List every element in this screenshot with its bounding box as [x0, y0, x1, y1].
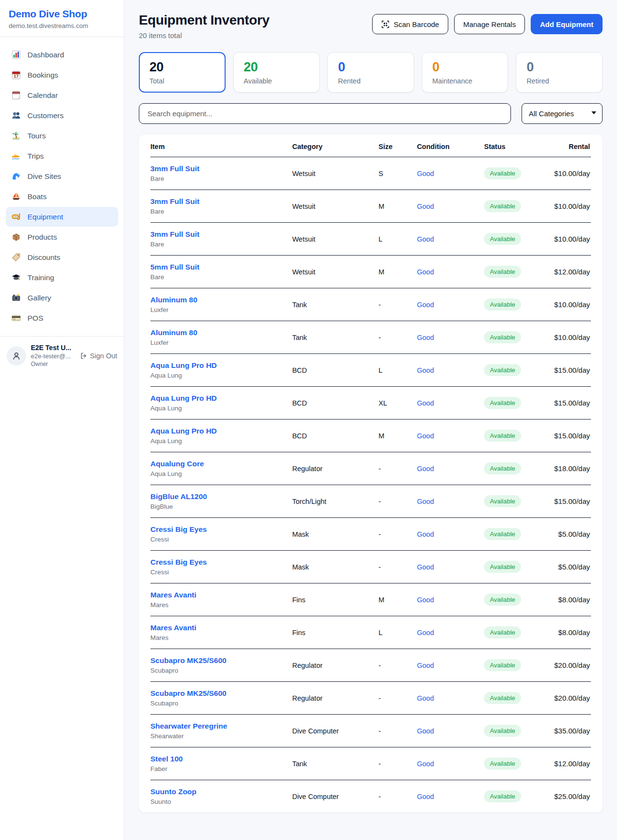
- condition-link[interactable]: Good: [417, 662, 434, 669]
- cell-rental: $8.00/day: [558, 628, 590, 637]
- dive-mask-icon: [12, 212, 21, 221]
- search-input[interactable]: [139, 103, 511, 124]
- stat-card-retired[interactable]: 0Retired: [516, 52, 603, 93]
- sidebar-item-discounts[interactable]: Discounts: [6, 247, 118, 267]
- sidebar-item-trips[interactable]: Trips: [6, 146, 118, 166]
- item-brand: Aqua Lung: [150, 437, 288, 445]
- status-badge: Available: [484, 167, 521, 179]
- condition-link[interactable]: Good: [417, 629, 434, 637]
- sidebar-item-equipment[interactable]: Equipment: [6, 207, 118, 227]
- sidebar-item-boats[interactable]: Boats: [6, 187, 118, 206]
- item-link[interactable]: Scubapro MK25/S600: [150, 656, 227, 665]
- category-select-wrap: All Categories: [522, 103, 603, 124]
- sidebar-item-products[interactable]: Products: [6, 227, 118, 247]
- equipment-table-body: 3mm Full SuitBareWetsuitSGoodAvailable$1…: [150, 157, 591, 813]
- condition-link[interactable]: Good: [417, 563, 434, 571]
- item-link[interactable]: Aluminum 80: [150, 296, 197, 304]
- stat-card-total[interactable]: 20Total: [139, 52, 226, 93]
- item-link[interactable]: 5mm Full Suit: [150, 263, 200, 271]
- condition-link[interactable]: Good: [417, 334, 434, 341]
- sidebar-item-pos[interactable]: POS: [6, 308, 118, 328]
- table-row: Suunto ZoopSuuntoDive Computer-GoodAvail…: [150, 780, 591, 813]
- item-link[interactable]: Aqualung Core: [150, 460, 204, 468]
- item-link[interactable]: Cressi Big Eyes: [150, 558, 207, 567]
- table-row: Aqualung CoreAqua LungRegulator-GoodAvai…: [150, 452, 591, 485]
- status-badge: Available: [484, 430, 521, 442]
- item-link[interactable]: 3mm Full Suit: [150, 230, 200, 239]
- sidebar-item-gallery[interactable]: Gallery: [6, 288, 118, 308]
- cell-size: XL: [378, 387, 417, 420]
- cell-size: L: [378, 616, 417, 649]
- category-select[interactable]: All Categories: [522, 103, 603, 124]
- condition-link[interactable]: Good: [417, 301, 434, 309]
- item-link[interactable]: Aluminum 80: [150, 328, 197, 337]
- item-link[interactable]: Scubapro MK25/S600: [150, 689, 227, 698]
- column-header-rental: Rental: [554, 135, 591, 157]
- status-badge: Available: [484, 528, 521, 540]
- stat-value: 20: [244, 60, 309, 75]
- sign-out-button[interactable]: Sign Out: [80, 352, 117, 360]
- tag-icon: [12, 253, 21, 262]
- sidebar-item-dive-sites[interactable]: Dive Sites: [6, 166, 118, 186]
- item-link[interactable]: 3mm Full Suit: [150, 164, 200, 173]
- manage-rentals-button[interactable]: Manage Rentals: [454, 14, 525, 34]
- sidebar-item-bookings[interactable]: 17Bookings: [6, 65, 118, 85]
- condition-link[interactable]: Good: [417, 465, 434, 473]
- manage-rentals-label: Manage Rentals: [463, 20, 516, 28]
- stat-card-maintenance[interactable]: 0Maintenance: [422, 52, 509, 93]
- condition-link[interactable]: Good: [417, 793, 434, 800]
- item-link[interactable]: Cressi Big Eyes: [150, 525, 207, 534]
- condition-link[interactable]: Good: [417, 268, 434, 276]
- item-link[interactable]: Aqua Lung Pro HD: [150, 394, 217, 403]
- condition-link[interactable]: Good: [417, 399, 434, 407]
- sidebar-item-label: POS: [27, 314, 43, 323]
- item-brand: BigBlue: [150, 503, 288, 510]
- table-row: Aqua Lung Pro HDAqua LungBCDMGoodAvailab…: [150, 420, 591, 452]
- condition-link[interactable]: Good: [417, 727, 434, 735]
- status-badge: Available: [484, 397, 521, 409]
- item-link[interactable]: Shearwater Peregrine: [150, 722, 227, 731]
- item-link[interactable]: Aqua Lung Pro HD: [150, 427, 217, 435]
- sidebar-item-calendar[interactable]: Calendar: [6, 85, 118, 105]
- condition-link[interactable]: Good: [417, 170, 434, 177]
- condition-link[interactable]: Good: [417, 366, 434, 374]
- stat-card-rented[interactable]: 0Rented: [327, 52, 414, 93]
- sidebar-item-tours[interactable]: Tours: [6, 126, 118, 146]
- cell-size: M: [378, 420, 417, 452]
- condition-link[interactable]: Good: [417, 530, 434, 538]
- status-badge: Available: [484, 758, 521, 770]
- item-link[interactable]: Suunto Zoop: [150, 787, 197, 796]
- sidebar-item-customers[interactable]: Customers: [6, 106, 118, 125]
- item-link[interactable]: Aqua Lung Pro HD: [150, 361, 217, 370]
- user-role: Owner: [31, 361, 75, 367]
- scan-barcode-button[interactable]: Scan Barcode: [372, 14, 448, 34]
- item-link[interactable]: Mares Avanti: [150, 623, 196, 632]
- sign-out-label: Sign Out: [90, 352, 117, 360]
- condition-link[interactable]: Good: [417, 235, 434, 243]
- cell-size: -: [378, 288, 417, 321]
- sidebar-item-training[interactable]: Training: [6, 268, 118, 287]
- sidebar-item-dashboard[interactable]: Dashboard: [6, 45, 118, 65]
- item-link[interactable]: Steel 100: [150, 755, 183, 763]
- people-icon: [12, 111, 21, 120]
- condition-link[interactable]: Good: [417, 596, 434, 604]
- sidebar-item-label: Gallery: [27, 294, 51, 302]
- stat-card-available[interactable]: 20Available: [233, 52, 320, 93]
- item-link[interactable]: BigBlue AL1200: [150, 492, 207, 501]
- condition-link[interactable]: Good: [417, 498, 434, 505]
- item-brand: Cressi: [150, 569, 288, 576]
- brand-name[interactable]: Demo Dive Shop: [9, 8, 115, 20]
- page-title: Equipment Inventory: [139, 13, 269, 28]
- condition-link[interactable]: Good: [417, 760, 434, 768]
- cell-size: M: [378, 583, 417, 616]
- condition-link[interactable]: Good: [417, 203, 434, 210]
- add-equipment-button[interactable]: Add Equipment: [531, 14, 603, 34]
- condition-link[interactable]: Good: [417, 694, 434, 702]
- cell-rental: $20.00/day: [554, 661, 590, 669]
- condition-link[interactable]: Good: [417, 432, 434, 440]
- item-link[interactable]: 3mm Full Suit: [150, 197, 200, 206]
- status-badge: Available: [484, 495, 521, 507]
- equipment-table-card: Item Category Size Condition Status Rent…: [139, 135, 603, 813]
- item-brand: Mares: [150, 601, 288, 609]
- item-link[interactable]: Mares Avanti: [150, 591, 196, 599]
